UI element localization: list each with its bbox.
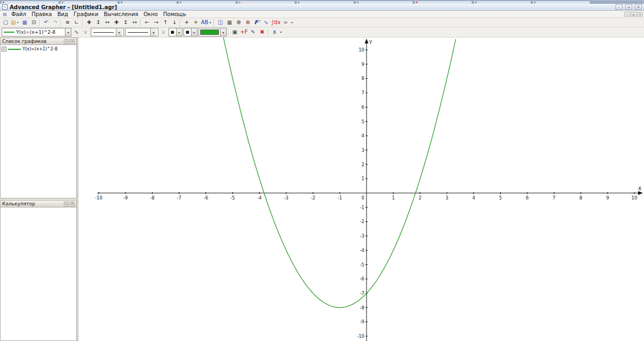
- line-color-combo[interactable]: ▾: [199, 28, 226, 36]
- checkbox[interactable]: ✓: [2, 47, 6, 51]
- toolbar-overflow-caret-icon[interactable]: ▾: [290, 21, 294, 24]
- browser-tab[interactable]: [414, 1, 472, 4]
- open-file-button[interactable]: ▤▾: [10, 19, 20, 27]
- save-file-button[interactable]: ▦: [20, 19, 29, 27]
- marker-style-combo[interactable]: ■▾: [169, 28, 182, 36]
- mdi-minimize-icon[interactable]: –: [624, 12, 630, 17]
- menu-item-6[interactable]: Окно: [141, 11, 160, 18]
- shift-graph-icon: ✚: [114, 20, 119, 25]
- stretch-y-button[interactable]: ↕: [93, 19, 103, 27]
- trace-button[interactable]: +: [182, 19, 191, 27]
- graph-list-header[interactable]: Список графиков ▫ ×: [1, 38, 76, 45]
- open-file-icon: ▤: [11, 20, 16, 25]
- svg-text:9: 9: [362, 62, 364, 67]
- scroll-down-button[interactable]: ↓: [170, 19, 179, 27]
- stretch-x-icon: ↔: [105, 20, 109, 25]
- marker-size-combo[interactable]: ■▾: [184, 28, 197, 36]
- menu-item-7[interactable]: Помощь: [160, 11, 189, 18]
- line-style-combo[interactable]: ▾: [91, 28, 124, 36]
- browser-tab[interactable]: [178, 1, 236, 4]
- toolbar-overflow-caret-icon[interactable]: ▾: [279, 31, 283, 34]
- move-graph-button[interactable]: ✚: [84, 19, 93, 27]
- svg-text:-7: -7: [360, 291, 364, 296]
- table-button[interactable]: ▦: [225, 19, 234, 27]
- calculator-header[interactable]: Калькулятор ▫ ×: [1, 201, 76, 207]
- plot-area[interactable]: XY-10-9-8-7-6-5-4-3-2-112345678910-10-9-…: [78, 38, 644, 341]
- graph-properties-button[interactable]: ▣: [230, 28, 239, 36]
- restore-icon[interactable]: ▫: [625, 4, 632, 10]
- menu-item-3[interactable]: Вид: [55, 11, 71, 18]
- point-light-button[interactable]: ☀: [191, 19, 200, 27]
- dropdown-caret-icon: ▾: [191, 28, 197, 36]
- zoom-in-button[interactable]: ⊕: [234, 19, 243, 27]
- graph-list-body[interactable]: ✓Y(x)=(x+1)^2-8: [1, 45, 76, 198]
- scroll-right-button[interactable]: →: [151, 19, 160, 27]
- menu-item-1[interactable]: Файл: [9, 11, 29, 18]
- shift-graph-button[interactable]: ✚: [112, 19, 121, 27]
- menu-item-2[interactable]: Правка: [29, 11, 55, 18]
- tab-favicon-icon: [121, 2, 122, 3]
- dropdown-caret-icon[interactable]: ▾: [65, 28, 71, 36]
- zoom-cancel-button[interactable]: ⊗: [243, 19, 252, 27]
- graph-list-button[interactable]: ≡: [63, 19, 72, 27]
- axes-setup-button[interactable]: ∟: [72, 19, 81, 27]
- split-view-icon: ◫: [218, 20, 223, 25]
- delete-graph-icon: ✖: [260, 29, 264, 35]
- trace-tool-button[interactable]: ⋔: [270, 28, 279, 36]
- app-icon: ∿: [2, 4, 8, 10]
- integral-button[interactable]: ∫dx: [270, 19, 281, 27]
- table-icon: ▦: [227, 20, 232, 25]
- formula-combo[interactable]: Y(x)=(x+1)^2-8 ▾: [2, 28, 71, 36]
- mdi-restore-icon[interactable]: ▫: [631, 12, 636, 17]
- shift-y-button[interactable]: ↕: [121, 19, 130, 27]
- regression-button[interactable]: ≈: [281, 19, 290, 27]
- close-icon[interactable]: ×: [635, 4, 642, 10]
- scroll-up-icon: ↑: [163, 20, 167, 25]
- dock-icon[interactable]: ▫: [64, 39, 69, 44]
- tangent-button[interactable]: ∿: [261, 19, 270, 27]
- new-file-button[interactable]: ▢: [1, 19, 10, 27]
- split-view-button[interactable]: ◫: [216, 19, 225, 27]
- undo-button[interactable]: ↶: [41, 19, 50, 27]
- menu-item-5[interactable]: Вычисления: [101, 11, 141, 18]
- shift-x-button[interactable]: ↔: [130, 19, 139, 27]
- graph-list-item[interactable]: ✓Y(x)=(x+1)^2-8: [1, 45, 76, 53]
- edit-graph-button[interactable]: ✎: [248, 28, 258, 36]
- svg-text:5: 5: [499, 195, 502, 201]
- calculator-body[interactable]: [1, 207, 76, 340]
- print-button[interactable]: ⊟: [29, 19, 38, 27]
- add-graph-button[interactable]: +F: [239, 28, 248, 36]
- redo-button[interactable]: ↷: [50, 19, 60, 27]
- scroll-left-button[interactable]: ←: [142, 19, 151, 27]
- text-label-button[interactable]: AB▾: [200, 19, 213, 27]
- mdi-close-icon[interactable]: ×: [637, 12, 643, 17]
- menu-item-4[interactable]: Графики: [71, 11, 101, 18]
- browser-tab[interactable]: [355, 1, 413, 4]
- window-title: Advanced Grapher - [Untitled1.agr]: [10, 4, 613, 10]
- close-icon[interactable]: ×: [70, 39, 75, 44]
- svg-text:-8: -8: [150, 195, 155, 201]
- angle-style-button[interactable]: ∨: [81, 28, 90, 36]
- minimize-icon[interactable]: –: [616, 4, 623, 10]
- curve-kind-button[interactable]: ∿: [72, 28, 81, 36]
- browser-tab[interactable]: [119, 1, 177, 4]
- svg-text:8: 8: [362, 76, 364, 81]
- plot-svg[interactable]: XY-10-9-8-7-6-5-4-3-2-112345678910-10-9-…: [78, 38, 644, 341]
- stretch-x-button[interactable]: ↔: [103, 19, 112, 27]
- browser-tab[interactable]: [532, 1, 590, 4]
- angle-style-2-button[interactable]: ∨: [159, 28, 168, 36]
- close-icon[interactable]: ×: [70, 202, 75, 206]
- dock-icon[interactable]: ▫: [64, 202, 69, 206]
- browser-tab[interactable]: [473, 1, 531, 4]
- derivative-button[interactable]: F': [252, 19, 261, 27]
- scroll-up-button[interactable]: ↑: [160, 19, 170, 27]
- browser-tab[interactable]: [60, 1, 118, 4]
- browser-tab[interactable]: [296, 1, 354, 4]
- angle-style-2-icon: ∨: [162, 29, 165, 35]
- undo-icon: ↶: [44, 20, 48, 25]
- browser-tab[interactable]: [1, 1, 59, 4]
- dropdown-caret-icon: ▾: [208, 21, 212, 24]
- line-width-combo[interactable]: ▾: [125, 28, 158, 36]
- browser-tab[interactable]: [237, 1, 295, 4]
- delete-graph-button[interactable]: ✖: [258, 28, 267, 36]
